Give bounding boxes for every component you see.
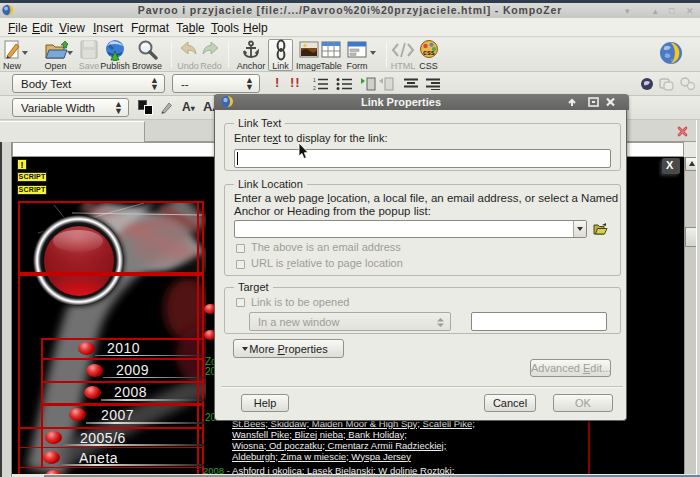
svg-text:css: css: [423, 49, 435, 56]
svg-text:2: 2: [313, 85, 316, 91]
svg-text:1: 1: [313, 77, 316, 83]
